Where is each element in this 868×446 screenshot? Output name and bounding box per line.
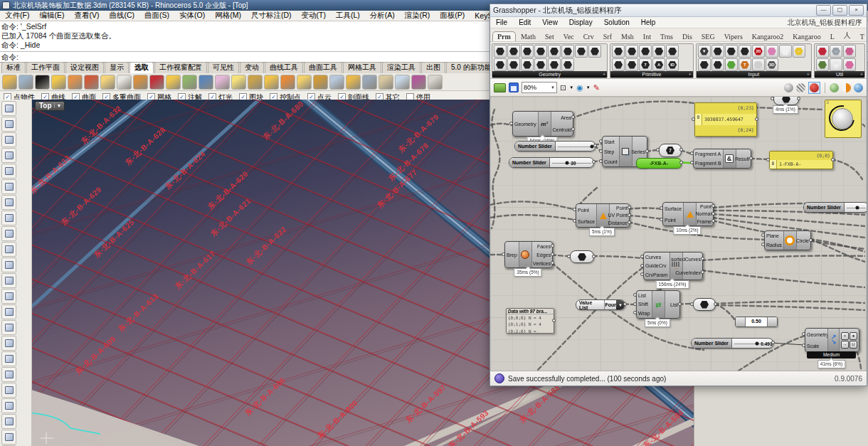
rhino-tool-icon[interactable] [68, 75, 83, 90]
palette-component-icon[interactable]: → [830, 45, 842, 58]
rhino-tool-icon[interactable] [231, 75, 246, 90]
gh-menu-item[interactable]: Display [563, 18, 598, 26]
gh-node-param-crv3[interactable] [693, 298, 714, 309]
rhino-menu-item[interactable]: 面板(P) [435, 11, 470, 21]
rhino-tool-icon[interactable] [100, 75, 115, 90]
rhino-menu-item[interactable]: 渲染(R) [400, 11, 435, 21]
gh-tab[interactable]: Srf [599, 32, 616, 41]
port-in[interactable] [771, 97, 774, 100]
palette-component-icon[interactable] [521, 58, 534, 71]
rhino-sidebar-tool-icon[interactable] [1, 367, 16, 382]
slider-track[interactable]: 30 [550, 158, 593, 167]
gh-node-panel-top[interactable]: {0;23}03030837.459647{0;24} [694, 102, 756, 135]
preview-custom-icon[interactable] [830, 83, 839, 92]
palette-component-icon[interactable] [625, 58, 638, 71]
gh-menu-item[interactable]: Solution [598, 18, 635, 26]
gh-menu-item[interactable]: File [490, 18, 513, 26]
rhino-menu-item[interactable]: 尺寸标注(D) [246, 11, 297, 21]
rhino-tool-icon[interactable] [428, 75, 443, 90]
rhino-toolbar-tab[interactable]: 工作平面 [26, 62, 65, 73]
sketch-pen-icon[interactable]: ✎ [593, 83, 600, 92]
open-file-icon[interactable] [494, 83, 506, 92]
port-out[interactable] [701, 270, 704, 274]
palette-component-icon[interactable]: ▼ [698, 45, 711, 58]
rhino-menu-item[interactable]: 变动(T) [297, 11, 331, 21]
port-in[interactable] [599, 149, 603, 153]
gh-tab[interactable]: Kangaroo [788, 32, 825, 41]
rhino-toolbar-tab[interactable]: 出图 [421, 62, 445, 73]
rhino-tool-icon[interactable] [346, 75, 361, 90]
gh-node-value-list[interactable]: Value ListFour▼ [576, 299, 624, 309]
port-out[interactable] [593, 144, 597, 147]
mini-button[interactable]: ● [850, 332, 857, 340]
port-out[interactable] [552, 319, 556, 322]
gh-tab[interactable]: Int [639, 32, 655, 41]
palette-component-icon[interactable] [612, 58, 625, 71]
port-out[interactable] [645, 149, 649, 153]
gh-node-eval-srf[interactable]: SurfacePointPointNormalFrame10ms (2%) [662, 202, 712, 225]
port-out[interactable] [679, 161, 683, 164]
port-in[interactable] [802, 332, 805, 336]
rhino-sidebar-tool-icon[interactable] [1, 226, 16, 241]
slider-handle[interactable] [756, 341, 759, 345]
rhino-sidebar-tool-icon[interactable] [1, 351, 16, 366]
gh-node-panel-data[interactable]: Data with 97 bra...{0;0;0} N = 4{0;1;0} … [506, 308, 553, 332]
port-out[interactable] [711, 212, 715, 216]
viewport-title-tab[interactable]: Top ▼ [35, 101, 65, 111]
zoom-extents-icon[interactable]: ⊡ [560, 83, 566, 92]
port-in[interactable] [640, 264, 644, 267]
palette-component-icon[interactable] [521, 45, 534, 58]
rhino-sidebar-tool-icon[interactable] [1, 164, 16, 179]
palette-component-icon[interactable] [739, 45, 751, 58]
rhino-tool-icon[interactable] [379, 75, 393, 90]
port-in[interactable] [599, 159, 603, 163]
rhino-tool-icon[interactable] [117, 75, 132, 90]
palette-component-icon[interactable] [612, 45, 625, 58]
palette-component-icon[interactable] [561, 58, 574, 71]
gh-node-mini-slider[interactable]: 0.50 [735, 317, 776, 326]
gh-node-circle[interactable]: PlaneRadiusCircle [764, 230, 810, 249]
rhino-tool-icon[interactable] [280, 75, 295, 90]
rhino-tool-icon[interactable] [166, 75, 181, 90]
rhino-sidebar-tool-icon[interactable] [1, 304, 16, 319]
port-out[interactable] [809, 238, 813, 242]
port-in[interactable] [802, 344, 805, 347]
rhino-sidebar-tool-icon[interactable] [1, 398, 16, 413]
port-out[interactable] [592, 255, 596, 258]
rhino-sidebar-tool-icon[interactable] [1, 132, 16, 147]
palette-component-icon[interactable] [666, 45, 679, 58]
port-out[interactable] [551, 244, 554, 248]
rhino-menu-item[interactable]: 实体(O) [174, 11, 210, 21]
gh-menu-item[interactable]: Edit [513, 18, 536, 26]
rhino-sidebar-tool-icon[interactable] [1, 273, 16, 288]
gh-tab[interactable]: Vipers [720, 32, 747, 41]
palette-component-icon[interactable] [752, 58, 765, 71]
rhino-tool-icon[interactable] [35, 75, 50, 90]
rhino-toolbar-tab[interactable]: 渲染工具 [382, 62, 420, 73]
rhino-sidebar-tool-icon[interactable] [1, 430, 16, 445]
gh-node-area[interactable]: Geometrym²AreaCentroid64ms (16%) [512, 111, 572, 135]
port-out[interactable] [551, 261, 554, 265]
port-out[interactable] [831, 158, 835, 161]
palette-component-icon[interactable]: 20 [752, 45, 765, 58]
minimize-button[interactable]: — [816, 5, 831, 16]
gh-node-param-7[interactable]: 7 [659, 144, 680, 156]
port-out[interactable] [678, 302, 682, 306]
palette-component-icon[interactable] [625, 45, 638, 58]
gh-node-knob[interactable]: 0 [825, 100, 860, 137]
palette-component-icon[interactable] [843, 58, 856, 71]
save-icon[interactable] [509, 83, 519, 92]
gh-node-panel-green[interactable]: -FXB-A- [636, 158, 680, 167]
palette-component-icon[interactable]: 3D [766, 58, 778, 71]
palette-component-icon[interactable] [639, 45, 652, 58]
palette-component-icon[interactable] [507, 58, 520, 71]
port-in[interactable] [502, 253, 505, 256]
slider-inc-handle[interactable] [767, 317, 777, 326]
port-out[interactable] [679, 148, 683, 152]
rhino-tool-icon[interactable] [84, 75, 99, 90]
port-in[interactable] [761, 233, 765, 237]
palette-expand-icon[interactable]: + [603, 71, 605, 78]
rhino-sidebar-tool-icon[interactable] [1, 320, 16, 335]
port-out[interactable] [755, 117, 758, 121]
palette-component-icon[interactable] [843, 45, 856, 58]
